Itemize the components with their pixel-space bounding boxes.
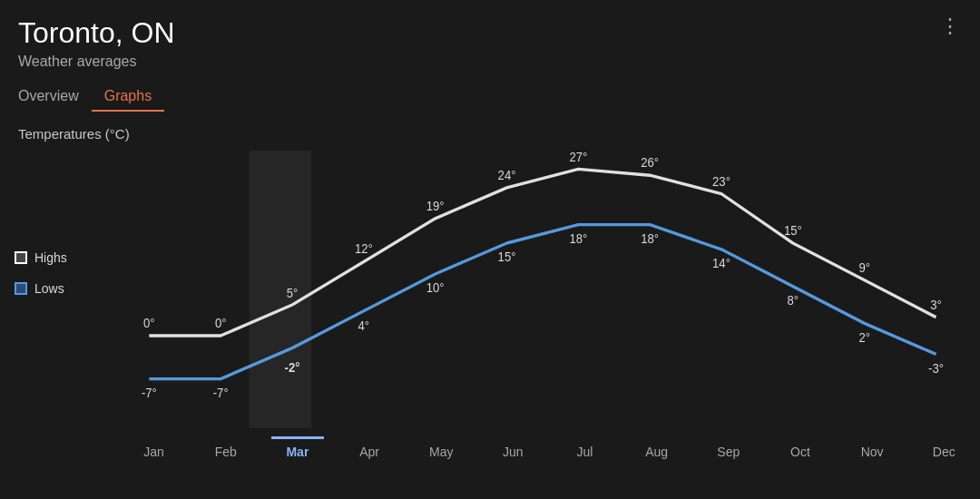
month-nov: Nov <box>840 445 904 459</box>
svg-text:19°: 19° <box>426 198 445 213</box>
month-jul: Jul <box>554 445 617 459</box>
lows-legend-label: Lows <box>34 281 64 296</box>
city-title: Toronto, ON <box>18 16 962 50</box>
svg-text:10°: 10° <box>426 280 445 296</box>
month-labels: Jan Feb Mar Apr May Jun Jul Aug Sep Oct … <box>118 445 980 459</box>
lows-legend-icon <box>15 282 27 295</box>
tab-graphs[interactable]: Graphs <box>92 83 164 112</box>
svg-text:15°: 15° <box>498 250 516 265</box>
svg-text:14°: 14° <box>712 255 730 270</box>
legend-highs: Highs <box>15 250 67 265</box>
svg-text:-7°: -7° <box>142 385 157 400</box>
svg-text:18°: 18° <box>569 230 587 246</box>
month-jan: Jan <box>122 445 186 459</box>
svg-text:-2°: -2° <box>285 359 300 375</box>
month-feb: Feb <box>194 445 258 459</box>
svg-text:15°: 15° <box>784 222 802 238</box>
tab-overview[interactable]: Overview <box>18 83 92 112</box>
svg-text:-3°: -3° <box>928 360 944 376</box>
svg-text:5°: 5° <box>287 285 299 300</box>
svg-text:23°: 23° <box>712 173 730 189</box>
month-mar[interactable]: Mar <box>266 445 329 459</box>
svg-text:-7°: -7° <box>213 385 229 400</box>
svg-text:4°: 4° <box>358 318 370 334</box>
mar-underline <box>271 436 324 439</box>
svg-text:8°: 8° <box>788 292 799 308</box>
subtitle: Weather averages <box>18 54 962 70</box>
tabs: Overview Graphs <box>0 70 980 112</box>
section-label: Temperatures (°C) <box>0 112 980 142</box>
svg-rect-0 <box>250 151 312 428</box>
header: Toronto, ON Weather averages ⋮ <box>0 0 980 70</box>
svg-text:0°: 0° <box>143 315 155 330</box>
svg-text:12°: 12° <box>355 241 373 257</box>
legend-lows: Lows <box>15 281 67 296</box>
month-sep: Sep <box>697 445 760 459</box>
svg-text:3°: 3° <box>930 297 942 312</box>
svg-text:24°: 24° <box>498 167 516 182</box>
temperature-chart: 0° 0° 5° 12° 19° 24° 27° 26° 23° 15° 9° … <box>118 151 980 459</box>
month-oct: Oct <box>769 445 832 459</box>
month-dec: Dec <box>912 445 975 459</box>
month-may: May <box>409 445 473 459</box>
svg-text:27°: 27° <box>569 151 587 165</box>
svg-text:2°: 2° <box>858 329 870 345</box>
svg-text:9°: 9° <box>858 259 870 275</box>
svg-text:26°: 26° <box>641 154 659 170</box>
more-options-button[interactable]: ⋮ <box>940 16 962 36</box>
highs-legend-icon <box>15 251 27 264</box>
highs-legend-label: Highs <box>34 250 67 265</box>
month-aug: Aug <box>625 445 689 459</box>
svg-text:0°: 0° <box>215 315 227 330</box>
svg-text:18°: 18° <box>641 230 659 246</box>
chart-area: Highs Lows 0° 0° 5° 12° 19° 24° 27° 26° … <box>0 151 980 459</box>
month-apr: Apr <box>338 445 401 459</box>
month-jun: Jun <box>481 445 544 459</box>
legend: Highs Lows <box>15 250 67 296</box>
